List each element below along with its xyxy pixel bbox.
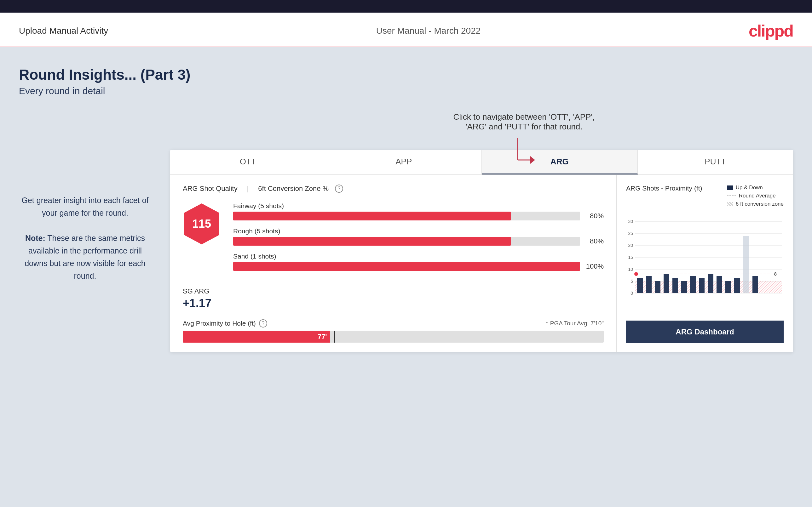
bar-with-pct-fairway: 80% (233, 212, 604, 220)
chart-legend: Up & Down Round Average 6 ft conversio (727, 184, 783, 207)
sg-label: SG ARG (183, 287, 604, 295)
svg-rect-34 (734, 278, 740, 293)
proximity-bar-fill: 77' (183, 331, 330, 343)
bar-track-fairway (233, 212, 580, 220)
svg-rect-28 (681, 281, 687, 293)
proximity-section: Avg Proximity to Hole (ft) ? ↑ PGA Tour … (183, 319, 604, 343)
proximity-cursor (334, 331, 335, 343)
sg-section: SG ARG +1.17 (183, 287, 604, 310)
legend-label-updown: Up & Down (736, 184, 763, 191)
svg-rect-29 (690, 276, 696, 293)
legend-box-updown (727, 185, 733, 190)
sg-value: +1.17 (183, 297, 604, 310)
left-panel: Get greater insight into each facet of y… (19, 194, 151, 282)
bar-track-rough (233, 237, 580, 246)
note-label: Note: (25, 234, 45, 242)
chart-area: 30 25 20 15 10 5 0 (626, 214, 783, 314)
arg-dashboard-button[interactable]: ARG Dashboard (626, 321, 783, 343)
svg-text:30: 30 (628, 219, 633, 224)
svg-rect-36 (753, 276, 758, 293)
pga-label: ↑ PGA Tour Avg: 7'10" (546, 320, 604, 327)
header-left: Upload Manual Activity (19, 26, 108, 36)
tab-putt[interactable]: PUTT (638, 150, 794, 174)
svg-rect-24 (646, 276, 652, 293)
clippd-logo: clippd (749, 21, 793, 40)
svg-text:8: 8 (774, 272, 777, 277)
nav-annotation: Click to navigate between 'OTT', 'APP', … (453, 112, 595, 173)
bar-label-fairway: Fairway (5 shots) (233, 202, 604, 210)
right-panel: OTT APP ARG PUTT ARG Shot Quality | 6ft … (170, 150, 793, 352)
chart-header: ARG Shots - Proximity (ft) Up & Down Rou (626, 184, 783, 207)
bar-fill-sand (233, 262, 580, 271)
svg-rect-30 (699, 278, 705, 293)
left-panel-text: Get greater insight into each facet of y… (19, 194, 151, 282)
proximity-bar-track: 77' (183, 331, 604, 343)
legend-label-conversion: 6 ft conversion zone (736, 201, 783, 207)
bar-pct-sand: 100% (585, 262, 604, 271)
proximity-bar-label: 77' (318, 333, 327, 341)
legend-item-updown: Up & Down (727, 184, 783, 191)
help-icon[interactable]: ? (335, 184, 343, 193)
bar-row-rough: Rough (5 shots) 80% (233, 227, 604, 246)
hex-number: 115 (192, 217, 211, 230)
svg-text:0: 0 (630, 291, 633, 296)
svg-rect-25 (655, 281, 660, 293)
hex-container: 115 (183, 202, 220, 246)
bar-row-sand: Sand (1 shots) 100% (233, 252, 604, 271)
conversion-label: 6ft Conversion Zone % (258, 184, 328, 193)
header: Upload Manual Activity User Manual - Mar… (0, 13, 812, 47)
proximity-label-group: Avg Proximity to Hole (ft) ? (183, 319, 267, 328)
card-body: ARG Shot Quality | 6ft Conversion Zone %… (170, 175, 793, 352)
svg-text:5: 5 (630, 279, 633, 284)
bar-label-sand: Sand (1 shots) (233, 252, 604, 260)
bar-pct-rough: 80% (585, 237, 604, 245)
bars-container: Fairway (5 shots) 80% Rough (233, 202, 604, 278)
content-layout: Click to navigate between 'OTT', 'APP', … (19, 112, 793, 352)
top-bar (0, 0, 812, 13)
svg-text:10: 10 (628, 267, 633, 272)
proximity-header: Avg Proximity to Hole (ft) ? ↑ PGA Tour … (183, 319, 604, 328)
tab-ott[interactable]: OTT (170, 150, 326, 174)
bar-with-pct-rough: 80% (233, 237, 604, 246)
annotation-line1: Click to navigate between 'OTT', 'APP', … (453, 112, 595, 132)
bar-label-rough: Rough (5 shots) (233, 227, 604, 235)
legend-item-conversion: 6 ft conversion zone (727, 201, 783, 207)
bar-fill-fairway (233, 212, 511, 220)
legend-dash-svg (727, 194, 737, 198)
upload-label: Upload Manual Activity (19, 26, 108, 36)
header-center: User Manual - March 2022 (376, 26, 480, 36)
page-title: Round Insights... (Part 3) (19, 66, 793, 83)
svg-rect-32 (716, 276, 722, 293)
chart-title: ARG Shots - Proximity (ft) (626, 184, 702, 192)
svg-marker-2 (530, 156, 535, 164)
svg-point-21 (634, 272, 638, 276)
hex-row: 115 Fairway (5 shots) 80% (183, 202, 604, 278)
bar-with-pct-sand: 100% (233, 262, 604, 271)
svg-text:25: 25 (628, 231, 633, 236)
bar-track-sand (233, 262, 580, 271)
svg-text:15: 15 (628, 255, 633, 260)
proximity-label: Avg Proximity to Hole (ft) (183, 320, 256, 327)
card-right-panel: ARG Shots - Proximity (ft) Up & Down Rou (617, 175, 793, 352)
svg-rect-26 (664, 274, 669, 293)
page-subtitle: Every round in detail (19, 86, 793, 96)
svg-rect-35 (743, 236, 749, 293)
annotation-arrow (511, 135, 537, 173)
proximity-help-icon[interactable]: ? (259, 319, 267, 328)
chart-svg: 30 25 20 15 10 5 0 (626, 214, 783, 314)
svg-rect-31 (708, 274, 713, 293)
bar-fill-rough (233, 237, 511, 246)
svg-text:20: 20 (628, 243, 633, 248)
main-content: Round Insights... (Part 3) Every round i… (0, 47, 812, 507)
legend-item-round-avg: Round Average (727, 193, 783, 199)
bar-row-fairway: Fairway (5 shots) 80% (233, 202, 604, 220)
legend-box-conversion (727, 202, 733, 206)
legend-label-round-avg: Round Average (739, 193, 776, 199)
card-left-panel: ARG Shot Quality | 6ft Conversion Zone %… (170, 175, 617, 352)
svg-rect-23 (637, 278, 643, 293)
shot-quality-label: ARG Shot Quality (183, 184, 238, 193)
bar-pct-fairway: 80% (585, 212, 604, 220)
svg-rect-33 (725, 281, 731, 293)
section-header: ARG Shot Quality | 6ft Conversion Zone %… (183, 184, 604, 193)
svg-rect-27 (672, 278, 678, 293)
